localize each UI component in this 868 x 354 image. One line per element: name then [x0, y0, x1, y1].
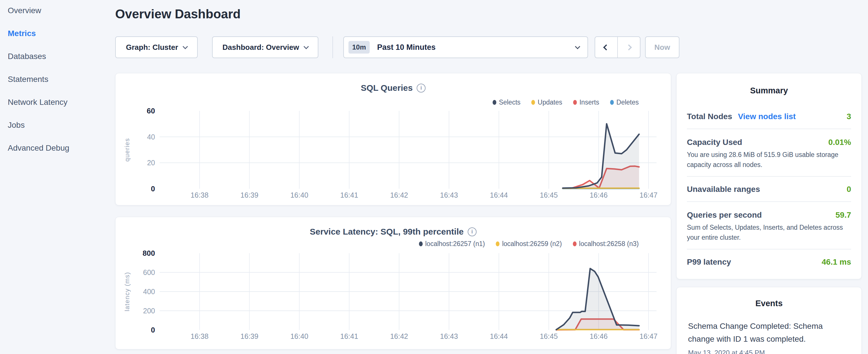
svg-text:16:43: 16:43 [440, 332, 458, 340]
svg-text:latency (ms): latency (ms) [124, 272, 131, 311]
summary-panel: Summary Total Nodes View nodes list 3 Ca… [676, 73, 862, 279]
svg-text:16:46: 16:46 [590, 191, 608, 199]
dashboard-selector-dropdown[interactable]: Dashboard: Overview [212, 36, 318, 58]
summary-row-label: Capacity Used [687, 138, 742, 147]
svg-text:16:42: 16:42 [390, 332, 408, 340]
svg-text:800: 800 [143, 249, 155, 257]
svg-text:16:38: 16:38 [191, 332, 209, 340]
prev-time-button[interactable] [595, 37, 617, 58]
svg-text:16:43: 16:43 [440, 191, 458, 199]
svg-text:16:45: 16:45 [540, 332, 558, 340]
svg-text:16:44: 16:44 [490, 191, 508, 199]
service-latency-card: Service Latency: SQL, 99th percentile i … [115, 217, 671, 349]
time-range-label: Past 10 Minutes [377, 43, 436, 52]
sidebar-item-jobs[interactable]: Jobs [8, 121, 109, 129]
svg-text:400: 400 [143, 288, 155, 296]
summary-row-label: Queries per second [687, 211, 762, 220]
summary-row-subtext: You are using 28.6 MiB of 515.9 GiB usab… [687, 150, 851, 170]
svg-text:60: 60 [147, 106, 155, 115]
sidebar-item-databases[interactable]: Databases [8, 53, 109, 60]
overview-dashboard-page: Overview Metrics Databases Statements Ne… [0, 0, 868, 354]
event-item-timestamp: May 13, 2020 at 4:45 PM [688, 349, 850, 354]
next-time-button[interactable] [618, 37, 640, 58]
svg-text:16:47: 16:47 [640, 332, 658, 340]
graph-selector-dropdown[interactable]: Graph: Cluster [115, 36, 198, 58]
summary-row-p99: P99 latency 46.1 ms [687, 257, 851, 267]
service-latency-chart: 16:3816:3916:4016:4116:4216:4316:4416:45… [116, 217, 672, 350]
divider [687, 201, 851, 202]
svg-text:200: 200 [143, 307, 155, 315]
svg-text:16:44: 16:44 [490, 332, 508, 340]
divider [687, 176, 851, 177]
svg-text:16:39: 16:39 [241, 191, 258, 199]
svg-text:16:46: 16:46 [590, 332, 608, 340]
chevron-right-icon [626, 44, 632, 50]
svg-text:16:38: 16:38 [191, 191, 209, 199]
summary-row-qps: Queries per second 59.7 [687, 211, 851, 220]
summary-row-value: 3 [846, 112, 851, 121]
chevron-down-icon [575, 44, 580, 49]
graph-selector-label: Graph: Cluster [126, 43, 178, 52]
svg-text:0: 0 [151, 326, 155, 334]
svg-text:40: 40 [147, 133, 155, 141]
divider [687, 129, 851, 129]
summary-row-subtext: Sum of Selects, Updates, Inserts, and De… [687, 223, 851, 243]
svg-text:16:41: 16:41 [340, 332, 358, 340]
sidebar-nav: Overview Metrics Databases Statements Ne… [0, 0, 109, 152]
sql-queries-card: SQL Queries i Selects Updates Inserts De… [115, 73, 671, 205]
chevron-down-icon [183, 44, 188, 49]
svg-text:16:40: 16:40 [290, 191, 308, 199]
page-title: Overview Dashboard [115, 7, 241, 21]
sidebar-item-statements[interactable]: Statements [8, 75, 109, 83]
svg-text:16:45: 16:45 [540, 191, 558, 199]
svg-text:16:39: 16:39 [241, 332, 258, 340]
dashboard-selector-label: Dashboard: Overview [222, 43, 299, 52]
svg-text:16:42: 16:42 [390, 191, 408, 199]
sidebar-item-advanced-debug[interactable]: Advanced Debug [8, 144, 109, 152]
summary-row-value: 46.1 ms [822, 257, 851, 267]
summary-row-label: P99 latency [687, 257, 731, 267]
svg-text:600: 600 [143, 268, 155, 277]
summary-row-capacity: Capacity Used 0.01% [687, 138, 851, 147]
sidebar-item-network-latency[interactable]: Network Latency [8, 98, 109, 106]
summary-row-value: 59.7 [836, 211, 851, 220]
svg-text:20: 20 [147, 159, 155, 167]
sidebar-item-metrics[interactable]: Metrics [8, 30, 109, 37]
events-panel: Events Schema Change Completed: Schema c… [676, 287, 862, 354]
controls-divider [333, 36, 333, 58]
summary-row-value: 0.01% [829, 138, 851, 147]
time-range-dropdown[interactable]: 10m Past 10 Minutes [343, 36, 588, 58]
summary-row-value: 0 [846, 185, 851, 194]
divider [687, 249, 851, 250]
event-item-text: Schema Change Completed: Schema change w… [688, 320, 831, 345]
summary-title: Summary [677, 73, 861, 95]
summary-row-label: Unavailable ranges [687, 185, 760, 194]
summary-row-total-nodes: Total Nodes View nodes list 3 [687, 112, 851, 121]
sql-queries-chart: 16:3816:3916:4016:4116:4216:4316:4416:45… [116, 73, 672, 206]
now-button-label: Now [654, 43, 670, 52]
chevron-left-icon [603, 44, 609, 50]
svg-text:16:47: 16:47 [640, 191, 658, 199]
now-button[interactable]: Now [645, 36, 679, 58]
svg-text:16:40: 16:40 [290, 332, 308, 340]
svg-text:0: 0 [151, 185, 155, 193]
time-range-badge: 10m [348, 41, 370, 54]
time-pager [595, 36, 641, 58]
events-title: Events [677, 287, 861, 308]
view-nodes-list-link[interactable]: View nodes list [738, 112, 796, 121]
chevron-down-icon [304, 44, 309, 49]
summary-row-label: Total Nodes [687, 112, 732, 121]
summary-row-unavailable-ranges: Unavailable ranges 0 [687, 185, 851, 194]
sidebar-item-overview[interactable]: Overview [8, 7, 109, 14]
svg-text:16:41: 16:41 [340, 191, 358, 199]
svg-text:queries: queries [124, 138, 131, 162]
